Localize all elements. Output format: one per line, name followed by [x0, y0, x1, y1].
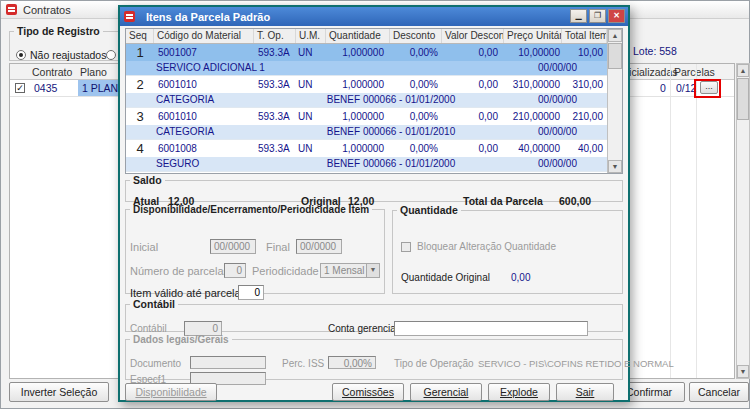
col-plano: Plano: [80, 66, 107, 78]
header-preco-unitario: Preço Unitário: [504, 29, 562, 43]
dados-legais-legend: Dados legais/Gerais: [130, 334, 232, 345]
cell-descricao: SEGURO: [156, 158, 199, 169]
lote-label: Lote:: [633, 45, 656, 57]
cell-data: 00/00/00: [538, 62, 577, 73]
cell-um: UN: [296, 111, 326, 122]
tipo-registro-legend: Tipo de Registro: [14, 25, 103, 37]
cell-codigo: 6001010: [154, 79, 254, 90]
cell-data: 00/00/00: [538, 158, 577, 169]
cell-valor-desconto: 0,00: [442, 47, 504, 58]
cell-top: 593.3A: [254, 111, 296, 122]
saldo-group: Saldo Atual 12,00 Original 12,00 Total d…: [125, 174, 623, 202]
numero-parcelas-label: Número de parcelas: [130, 265, 229, 277]
itens-parcela-dialog: Itens da Parcela Padrão ▁ ❐ ✕ Seq Código…: [118, 5, 630, 402]
dialog-title: Itens da Parcela Padrão: [146, 11, 270, 23]
gerencial-button[interactable]: Gerencial: [410, 383, 482, 401]
cell-top: 593.3A: [254, 143, 296, 154]
grid-row[interactable]: 3 6001010 593.3A UN 1,000000 0,00% 0,00 …: [126, 108, 607, 140]
screen: Contratos Tipo de Registro Não reajustad…: [0, 0, 750, 409]
sair-button[interactable]: Sair: [556, 383, 614, 401]
comissoes-button-label: Comissões: [342, 386, 394, 398]
explode-button[interactable]: Explode: [488, 383, 550, 401]
cell-seq: 1: [126, 45, 154, 60]
scroll-thumb[interactable]: [608, 43, 622, 69]
minimize-button[interactable]: ▁: [570, 9, 587, 23]
app-logo-icon: [6, 4, 17, 15]
cell-quantidade: 1,000000: [326, 143, 390, 154]
contratos-scrollbar[interactable]: ▲ ▼: [736, 63, 750, 379]
perc-iss-label: Perc. ISS: [282, 358, 324, 369]
cell-seq: 4: [126, 141, 154, 156]
cell-valor-desconto: 0,00: [442, 143, 504, 154]
maximize-button[interactable]: ❐: [589, 9, 606, 23]
chevron-down-icon: ▼: [366, 264, 379, 277]
cell-data: 00/00/00: [538, 94, 577, 105]
grid-row[interactable]: 2 6001010 593.3A UN 1,000000 0,00% 0,00 …: [126, 76, 607, 108]
header-quantidade: Quantidade: [326, 29, 390, 43]
cell-descricao: CATEGORIA: [156, 126, 214, 137]
radio-nao-reajustados[interactable]: Não reajustados: [16, 49, 106, 61]
col-contrato: Contrato: [32, 66, 72, 78]
lote-field: Lote: 558: [633, 45, 677, 57]
cell-beneficiario: BENEF 000066 - 01/01/2000: [306, 158, 476, 169]
cell-contrato: 0435: [34, 82, 57, 94]
cell-um: UN: [296, 79, 326, 90]
column-divider: [696, 64, 697, 378]
cell-seq: 3: [126, 109, 154, 124]
cell-top: 593.3A: [254, 79, 296, 90]
cell-preco-unitario: 10,00000: [504, 47, 562, 58]
header-um: U.M.: [296, 29, 326, 43]
contabil-legend: Contábil: [130, 298, 178, 310]
close-button[interactable]: ✕: [608, 9, 625, 23]
cell-beneficiario: BENEF 000066 - 01/01/2000: [306, 94, 476, 105]
radio-nao-label: Não reajustados: [30, 49, 106, 61]
cell-total-item: 10,00: [562, 47, 607, 58]
scroll-down-icon[interactable]: ▼: [737, 365, 749, 378]
inverter-selecao-button[interactable]: Inverter Seleção: [9, 382, 109, 402]
documento-field: [190, 356, 266, 369]
cancelar-button[interactable]: Cancelar: [689, 382, 749, 402]
scroll-down-icon[interactable]: ▼: [608, 160, 622, 173]
bloquear-label: Bloquear Alteração Quantidade: [417, 241, 556, 252]
dialog-logo-icon: [124, 11, 135, 22]
gerencial-button-label: Gerencial: [424, 386, 469, 398]
cell-valor-desconto: 0,00: [442, 111, 504, 122]
grid-row[interactable]: 4 6001008 593.3A UN 1,000000 0,00% 0,00 …: [126, 140, 607, 172]
comissoes-button[interactable]: Comissões: [332, 383, 404, 401]
grid-row[interactable]: 1 5001007 593.3A UN 1,000000 0,00% 0,00 …: [126, 44, 607, 76]
scroll-up-icon[interactable]: ▲: [608, 29, 622, 42]
cell-beneficiario: BENEF 000066 - 01/01/2010: [306, 126, 476, 137]
row-checkbox[interactable]: ✓: [15, 83, 25, 93]
scroll-thumb[interactable]: [737, 78, 749, 120]
column-divider: [670, 64, 671, 378]
numero-parcelas-field: 0: [224, 263, 246, 278]
scroll-up-icon[interactable]: ▲: [737, 64, 749, 77]
cell-oficializadas: 0: [660, 82, 666, 94]
sair-button-label: Sair: [576, 386, 595, 398]
cell-top: 593.3A: [254, 47, 296, 58]
conta-gerencial-label: Conta gerencial: [328, 323, 398, 334]
cell-quantidade: 1,000000: [326, 47, 390, 58]
window-title: Contratos: [23, 4, 71, 16]
header-desconto: Desconto: [390, 29, 442, 43]
periodicidade-select: 1 Mensal ▼: [320, 263, 380, 278]
quantidade-legend: Quantidade: [397, 204, 461, 216]
cell-total-item: 310,00: [562, 79, 607, 90]
cell-descricao: SERVICO ADICIONAL 1: [156, 62, 265, 73]
quantidade-group: Quantidade Bloquear Alteração Quantidade…: [392, 204, 623, 294]
header-seq: Seq: [126, 29, 154, 43]
cell-um: UN: [296, 47, 326, 58]
explode-button-label: Explode: [500, 386, 538, 398]
cell-preco-unitario: 310,00000: [504, 79, 562, 90]
final-field: 00/0000: [296, 239, 342, 254]
header-valor-desconto: Valor Desconto: [442, 29, 504, 43]
tipo-operacao-label: Tipo de Operação: [394, 358, 474, 369]
cancelar-label: Cancelar: [698, 386, 740, 398]
itens-grid-scrollbar[interactable]: ▲ ▼: [607, 29, 622, 173]
documento-label: Documento: [130, 358, 181, 369]
cell-data: 00/00/00: [538, 126, 577, 137]
cell-desconto: 0,00%: [390, 143, 442, 154]
radio-icon: [16, 50, 26, 60]
cell-total-item: 40,00: [562, 143, 607, 154]
header-total-item: Total Item: [562, 29, 607, 43]
